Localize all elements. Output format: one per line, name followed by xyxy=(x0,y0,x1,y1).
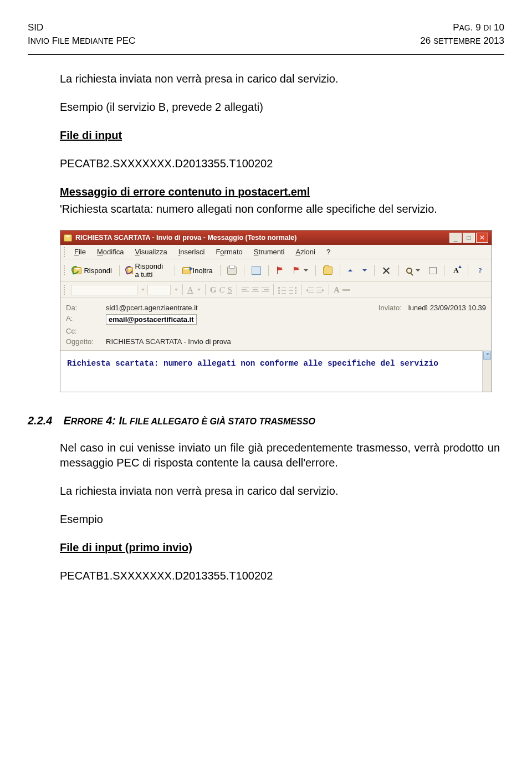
h2rc: 2013 xyxy=(480,35,504,46)
from-value: sid1@pcert.agenziaentrate.it xyxy=(106,304,198,312)
separator-icon xyxy=(237,284,237,295)
message-body[interactable]: Richiesta scartata: numero allegati non … xyxy=(60,350,492,392)
message-body-text: Richiesta scartata: numero allegati non … xyxy=(67,358,485,370)
from-label: Da: xyxy=(66,304,106,312)
menu-strumenti[interactable]: Strumenti xyxy=(249,247,290,257)
menu-azioni[interactable]: Azioni xyxy=(290,247,320,257)
header-divider xyxy=(28,54,504,55)
menu-help[interactable]: ? xyxy=(321,247,335,257)
increase-indent-button[interactable] xyxy=(316,286,324,294)
window-title: RICHIESTA SCARTATA - Invio di prova - Me… xyxy=(75,234,296,242)
highlight-swatch xyxy=(342,289,350,291)
menu-modifica[interactable]: Modifica xyxy=(92,247,129,257)
highlight-button[interactable]: A xyxy=(334,285,340,295)
file-input-2-value: PECATB1.SXXXXXXX.D2013355.T100202 xyxy=(60,568,500,583)
next-button[interactable] xyxy=(358,268,370,273)
previous-button[interactable] xyxy=(344,268,356,273)
separator-icon xyxy=(182,284,183,295)
menu-formato[interactable]: Formato xyxy=(211,247,247,257)
bold-button[interactable]: G xyxy=(210,285,217,295)
align-left-button[interactable] xyxy=(242,288,249,293)
number-list-button[interactable] xyxy=(289,286,296,294)
h2d: ILE xyxy=(58,37,69,45)
subject-value: RICHIESTA SCARTATA - Invio di prova xyxy=(106,337,231,346)
zoom-button[interactable] xyxy=(403,266,423,275)
reply-all-button[interactable]: Rispondi a tutti xyxy=(124,261,171,280)
help-button[interactable]: ? xyxy=(472,265,488,276)
reply-all-label: Rispondi a tutti xyxy=(135,262,167,279)
header-right-1: PAG. 9 DI 10 xyxy=(453,22,504,33)
maximize-button[interactable]: □ xyxy=(463,233,475,243)
menu-inserisci[interactable]: Inserisci xyxy=(173,247,210,257)
align-right-button[interactable] xyxy=(262,288,269,293)
menu-visualizza[interactable]: Visualizza xyxy=(130,247,172,257)
separator-icon xyxy=(340,265,340,276)
sent-value: lunedì 23/09/2013 10.39 xyxy=(408,304,486,312)
st4: L FILE ALLEGATO È GIÀ STATO TRASMESSO xyxy=(122,417,315,426)
minimize-button[interactable]: _ xyxy=(449,233,462,243)
sent-label: Inviato: xyxy=(378,304,402,312)
scroll-up-button[interactable] xyxy=(483,351,491,360)
file-input-label: File di input xyxy=(60,129,122,141)
chevron-down-icon xyxy=(197,289,201,291)
message-error-quote: 'Richiesta scartata: numero allegati non… xyxy=(60,202,500,217)
font-size-field[interactable] xyxy=(147,285,171,295)
h2f: EDIANTE xyxy=(80,37,114,45)
bullet-list-button[interactable] xyxy=(278,286,286,294)
flag-dropdown[interactable] xyxy=(289,265,311,275)
separator-icon xyxy=(175,265,175,276)
italic-button[interactable]: C xyxy=(219,285,225,295)
h2rb: SETTEMBRE xyxy=(433,37,481,45)
help-icon: ? xyxy=(475,266,485,275)
align-center-button[interactable] xyxy=(252,288,259,293)
esempio-label: Esempio xyxy=(60,512,500,527)
separator-icon xyxy=(444,265,444,276)
close-button[interactable]: ✕ xyxy=(476,233,488,243)
square-button[interactable] xyxy=(426,266,440,275)
h2b: NVIO xyxy=(30,37,49,45)
chevron-down-icon xyxy=(141,289,145,291)
titlebar: RICHIESTA SCARTATA - Invio di prova - Me… xyxy=(60,230,492,245)
arrow-up-icon xyxy=(348,269,352,271)
reply-button[interactable]: Rispondi xyxy=(70,265,115,276)
flag-icon xyxy=(276,266,284,274)
font-size-button[interactable]: A xyxy=(448,265,464,276)
decrease-indent-button[interactable] xyxy=(306,286,314,294)
header-right-2: 26 SETTEMBRE 2013 xyxy=(420,35,504,47)
section-number: 2.2.4 xyxy=(28,414,52,427)
menu-file[interactable]: File xyxy=(69,247,91,257)
paragraph-1: La richiesta inviata non verrà presa in … xyxy=(60,71,500,86)
section-paragraph-2: La richiesta inviata non verrà presa in … xyxy=(60,484,500,499)
mail-icon xyxy=(64,234,72,242)
cc-label: Cc: xyxy=(66,327,106,335)
pag-total: 10 xyxy=(491,22,504,33)
forward-button[interactable]: Inoltra xyxy=(179,265,216,276)
paragraph-2: Esempio (il servizio B, prevede 2 allega… xyxy=(60,100,500,115)
font-family-field[interactable] xyxy=(71,285,137,295)
forward-icon xyxy=(182,267,191,274)
menu-bar: File Modifica Visualizza Inserisci Forma… xyxy=(60,245,492,259)
separator-icon xyxy=(273,284,274,295)
scrollbar[interactable] xyxy=(482,350,492,392)
format-bar: A G C S A xyxy=(60,282,492,298)
header-left-1: SID xyxy=(28,22,43,33)
square-icon xyxy=(429,267,437,274)
print-button[interactable] xyxy=(224,265,240,276)
underline-button[interactable]: S xyxy=(228,285,232,295)
subject-label: Oggetto: xyxy=(66,337,106,346)
move-button[interactable] xyxy=(320,265,336,276)
h2e: M xyxy=(69,35,80,46)
header-left-2: INVIO FILE MEDIANTE PEC xyxy=(28,35,135,47)
save-button[interactable] xyxy=(248,265,264,276)
font-size-icon: A xyxy=(451,266,461,275)
font-color-button[interactable]: A xyxy=(187,285,193,295)
folder-icon xyxy=(323,266,332,275)
separator-icon xyxy=(220,265,221,276)
toolbar: Rispondi Rispondi a tutti Inoltra xyxy=(60,259,492,282)
flag-button[interactable] xyxy=(273,265,287,275)
save-icon xyxy=(252,266,261,275)
delete-button[interactable] xyxy=(378,265,395,276)
section-paragraph-1: Nel caso in cui venisse inviato un file … xyxy=(60,440,500,470)
pag-sc: AG xyxy=(459,23,470,32)
section-title: ERRORE 4: IL FILE ALLEGATO È GIÀ STATO T… xyxy=(63,414,315,427)
